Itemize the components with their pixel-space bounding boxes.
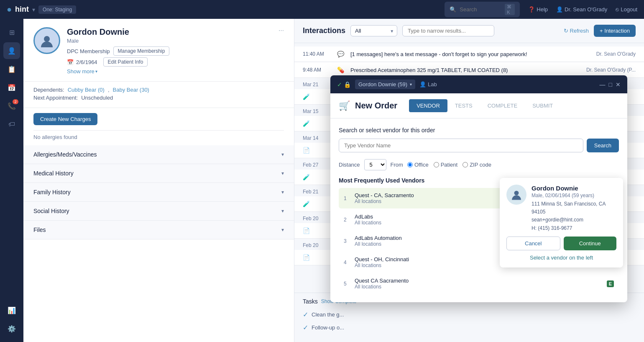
accordion-title-social: Social History (33, 208, 69, 214)
accordion-header-files[interactable]: Files ▾ (23, 221, 294, 239)
vendor-badge: E (607, 195, 614, 202)
vendor-loc: All locations (355, 241, 603, 247)
sidebar-item-analytics[interactable]: 📊 (3, 302, 20, 319)
next-appt-value: Unscheduled (81, 95, 113, 101)
vendor-search-button[interactable]: Search (587, 139, 619, 152)
status-icons: ✓ 🔒 (337, 81, 351, 88)
accordion-title-medical: Medical History (33, 170, 74, 177)
accordion-title-family: Family History (33, 189, 71, 195)
manage-membership-button[interactable]: Manage Membership (113, 46, 170, 56)
dependent-cubby[interactable]: Cubby Bear (0) (68, 87, 105, 93)
edit-patient-button[interactable]: Edit Patient Info (103, 57, 148, 67)
minimize-icon[interactable]: — (600, 81, 606, 88)
lab-icon: 🧪 (303, 120, 311, 127)
user-link[interactable]: 👤 Dr. Sean O'Grady (556, 6, 607, 13)
accordion-header-allergies[interactable]: Allergies/Meds/Vaccines ▾ (23, 145, 294, 164)
tasks-title: Tasks (303, 298, 318, 305)
vendor-badge: E (607, 280, 614, 287)
restore-icon[interactable]: □ (609, 81, 612, 88)
avatar-svg (39, 33, 54, 48)
patient-details: Gordon Downie Male DPC Membership Manage… (67, 27, 169, 75)
new-order-modal: ✓ 🔒 Gordon Downie (59) ▾ 👤 Lab — □ ✕ (330, 75, 627, 302)
step-tab-vendor[interactable]: VENDOR (409, 99, 447, 112)
narrow-results-input[interactable] (402, 25, 494, 36)
chevron-icon-family: ▾ (281, 189, 284, 195)
vendor-item[interactable]: 2 AdLabs All locations E (339, 209, 619, 230)
check-icon: ✓ (337, 81, 342, 88)
vendor-badge: E (607, 216, 614, 223)
radio-patient[interactable]: Patient (434, 162, 457, 168)
vendor-name-input[interactable] (339, 139, 583, 152)
lab-icon: 🧪 (303, 201, 311, 207)
close-icon[interactable]: ✕ (616, 81, 621, 88)
vendor-item[interactable]: 4 Quest - OH, Cincinnati All locations E (339, 252, 619, 273)
vendor-item[interactable]: 1 Quest - CA, Sacramento All locations E (339, 188, 619, 208)
vendor-num: 2 (344, 217, 350, 223)
radio-zipcode[interactable]: ZIP code (463, 162, 491, 168)
vendor-item[interactable]: 3 AdLabs Automation All locations E (339, 231, 619, 251)
accordion-header-medical[interactable]: Medical History ▾ (23, 164, 294, 183)
sidebar-item-charts[interactable]: 📋 (3, 61, 20, 77)
accordion-allergies: Allergies/Meds/Vaccines ▾ (23, 145, 294, 164)
sidebar-item-phone[interactable]: 📞2 (3, 98, 20, 114)
doc-icon: 📄 (303, 254, 311, 261)
dependents-label: Dependents: (33, 87, 64, 93)
cart-icon: 🛒 (339, 100, 350, 111)
message-icon: 💬 (337, 51, 345, 57)
vendor-num: 1 (344, 195, 350, 201)
dropdown-arrow[interactable]: ▾ (32, 6, 35, 13)
interaction-item[interactable]: 11:40 AM 💬 [1 messages] here's a text me… (294, 46, 644, 62)
sidebar-item-calendar[interactable]: 📅 (3, 79, 20, 96)
vendor-loc: All locations (355, 262, 603, 268)
vendor-info: AdLabs Automation All locations (355, 235, 603, 247)
env-badge: One: Staging (38, 5, 76, 14)
logo-icon: ● (7, 5, 12, 14)
next-appt-label: Next Appointment: (33, 95, 78, 101)
task-item[interactable]: ✓ Follow-up o... (303, 321, 636, 334)
patient-gender: Male (67, 38, 169, 44)
accordion-medical: Medical History ▾ (23, 164, 294, 183)
task-item[interactable]: ✓ Clean the g... (303, 308, 636, 321)
accordion-header-family[interactable]: Family History ▾ (23, 183, 294, 201)
sidebar-item-settings[interactable]: ⚙️ (3, 320, 20, 337)
interactions-filter[interactable]: All Messages Labs Prescriptions (350, 25, 397, 36)
accordion-header-social[interactable]: Social History ▾ (23, 202, 294, 220)
interaction-doctor: Dr. Sean O'Grady (596, 51, 636, 57)
sidebar-item-grid[interactable]: ⊞ (3, 24, 20, 41)
step-tab-submit[interactable]: SUBMIT (525, 99, 560, 112)
dependent-baby[interactable]: Baby Bear (30) (113, 87, 149, 93)
help-link[interactable]: ❓ Help (528, 6, 548, 13)
refresh-button[interactable]: ↻ Refresh (564, 28, 589, 34)
search-box[interactable]: 🔍 ⌘ K (445, 2, 520, 17)
vendor-loc: All locations (355, 198, 603, 204)
header-menu-icon[interactable]: ⋯ (279, 27, 284, 33)
step-tab-tests[interactable]: TESTS (447, 99, 480, 112)
interaction-text: Prescribed Acetaminophen 325 mg/1 TABLET… (350, 67, 581, 73)
step-tab-complete[interactable]: COMPLETE (480, 99, 525, 112)
show-more-link[interactable]: Show more ▾ (67, 68, 169, 75)
svg-point-0 (44, 36, 50, 42)
lab-icon: 🧪 (303, 174, 311, 180)
new-order-title: New Order (355, 101, 397, 111)
add-interaction-button[interactable]: + Interaction (594, 25, 636, 37)
modal-patient-badge[interactable]: Gordon Downie (59) ▾ (355, 80, 415, 89)
calendar-icon: 📅 (67, 59, 74, 65)
modal-titlebar: ✓ 🔒 Gordon Downie (59) ▾ 👤 Lab — □ ✕ (330, 75, 627, 93)
sidebar-item-patients[interactable]: 👤 (3, 42, 20, 59)
lab-icon: 🧪 (303, 93, 311, 100)
logout-link[interactable]: ⎋ Logout (616, 6, 637, 13)
search-input[interactable] (460, 6, 501, 13)
sidebar-item-tags[interactable]: 🏷 (3, 116, 20, 133)
vendor-loc: All locations (355, 220, 603, 226)
vendor-item[interactable]: 5 Quest CA Sacramento All locations E (339, 273, 619, 294)
vendor-name: Quest CA Sacramento (355, 278, 603, 284)
distance-select[interactable]: 5102550 (364, 159, 386, 170)
interactions-title: Interactions (303, 26, 345, 35)
radio-office[interactable]: Office (407, 162, 429, 168)
create-charges-button[interactable]: Create New Charges (33, 113, 97, 125)
interaction-time: 11:40 AM (303, 51, 332, 57)
appt-row: Next Appointment: Unscheduled (33, 95, 284, 101)
dependents-row: Dependents: Cubby Bear (0), Baby Bear (3… (33, 87, 284, 93)
nav-left: ● hint ▾ One: Staging (7, 5, 76, 14)
doc-icon: 📄 (303, 227, 311, 234)
